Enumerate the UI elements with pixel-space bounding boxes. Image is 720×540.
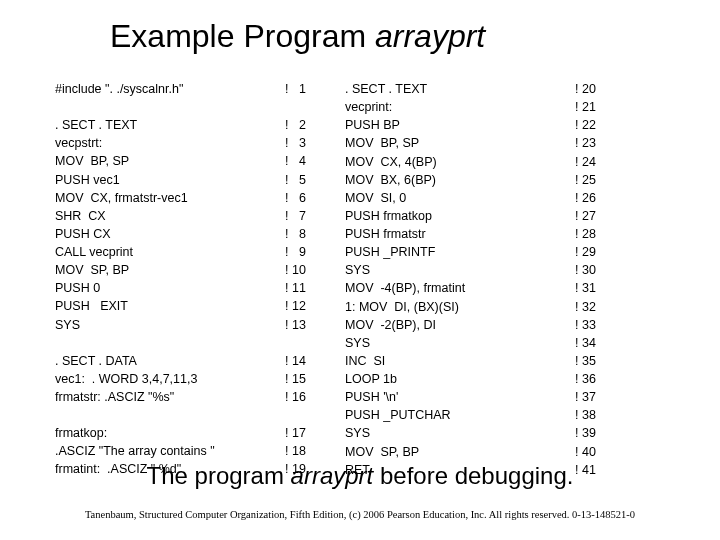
code-line: MOV SP, BP bbox=[55, 261, 285, 279]
line-number: ! 32 bbox=[575, 298, 635, 316]
code-line: PUSH vec1 bbox=[55, 171, 285, 189]
slide-title: Example Program arrayprt bbox=[0, 0, 720, 55]
line-number: ! 34 bbox=[575, 334, 635, 352]
line-number: ! 8 bbox=[285, 225, 345, 243]
code-line: . SECT . TEXT bbox=[55, 116, 285, 134]
code-line bbox=[55, 406, 285, 424]
code-line: MOV -2(BP), DI bbox=[345, 316, 575, 334]
line-number: ! 12 bbox=[285, 297, 345, 315]
line-number: ! 23 bbox=[575, 134, 635, 152]
slide: Example Program arrayprt #include ". ./s… bbox=[0, 0, 720, 540]
code-line: CALL vecprint bbox=[55, 243, 285, 261]
code-line: #include ". ./syscalnr.h" bbox=[55, 80, 285, 98]
line-number: ! 38 bbox=[575, 406, 635, 424]
caption-italic: arrayprt bbox=[291, 462, 374, 489]
code-line: SYS bbox=[345, 424, 575, 442]
line-number: ! 2 bbox=[285, 116, 345, 134]
line-number: ! 37 bbox=[575, 388, 635, 406]
code-line: . SECT . TEXT bbox=[345, 80, 575, 98]
line-number: ! 21 bbox=[575, 98, 635, 116]
code-line: 1: MOV DI, (BX)(SI) bbox=[345, 298, 575, 316]
line-number: ! 14 bbox=[285, 352, 345, 370]
line-number: ! 17 bbox=[285, 424, 345, 442]
code-line: PUSH CX bbox=[55, 225, 285, 243]
line-number: ! 39 bbox=[575, 424, 635, 442]
code-line: LOOP 1b bbox=[345, 370, 575, 388]
line-numbers-right: ! 20! 21! 22! 23! 24! 25! 26! 27! 28! 29… bbox=[575, 80, 635, 479]
line-number: ! 3 bbox=[285, 134, 345, 152]
code-line: MOV BP, SP bbox=[345, 134, 575, 152]
line-numbers-left: ! 1 ! 2! 3! 4! 5! 6! 7! 8! 9! 10! 11! 12… bbox=[285, 80, 345, 479]
line-number: ! 11 bbox=[285, 279, 345, 297]
line-number: ! 16 bbox=[285, 388, 345, 406]
code-line: PUSH 0 bbox=[55, 279, 285, 297]
line-number bbox=[285, 98, 345, 116]
code-column-left: #include ". ./syscalnr.h" . SECT . TEXTv… bbox=[55, 80, 285, 479]
line-number: ! 28 bbox=[575, 225, 635, 243]
code-line bbox=[55, 334, 285, 352]
line-number: ! 1 bbox=[285, 80, 345, 98]
code-line: MOV CX, frmatstr-vec1 bbox=[55, 189, 285, 207]
line-number: ! 25 bbox=[575, 171, 635, 189]
line-number: ! 5 bbox=[285, 171, 345, 189]
code-column-right: . SECT . TEXTvecprint:PUSH BPMOV BP, SPM… bbox=[345, 80, 575, 479]
line-number: ! 9 bbox=[285, 243, 345, 261]
line-number bbox=[285, 406, 345, 424]
line-number: ! 31 bbox=[575, 279, 635, 297]
title-text: Example Program bbox=[110, 18, 375, 54]
line-number: ! 40 bbox=[575, 443, 635, 461]
code-line: PUSH frmatkop bbox=[345, 207, 575, 225]
line-number: ! 22 bbox=[575, 116, 635, 134]
line-number: ! 18 bbox=[285, 442, 345, 460]
caption: The program arrayprt before debugging. bbox=[0, 462, 720, 490]
code-line: MOV -4(BP), frmatint bbox=[345, 279, 575, 297]
footer-text: Tanenbaum, Structured Computer Organizat… bbox=[0, 509, 720, 520]
code-line: INC SI bbox=[345, 352, 575, 370]
code-line: vecprint: bbox=[345, 98, 575, 116]
caption-suffix: before debugging. bbox=[373, 462, 573, 489]
line-number: ! 29 bbox=[575, 243, 635, 261]
line-number: ! 13 bbox=[285, 316, 345, 334]
line-number: ! 33 bbox=[575, 316, 635, 334]
line-number: ! 24 bbox=[575, 153, 635, 171]
code-line: SYS bbox=[345, 334, 575, 352]
code-line: .ASCIZ "The array contains " bbox=[55, 442, 285, 460]
line-number: ! 27 bbox=[575, 207, 635, 225]
line-number: ! 30 bbox=[575, 261, 635, 279]
code-line: SHR CX bbox=[55, 207, 285, 225]
code-line: PUSH _PUTCHAR bbox=[345, 406, 575, 424]
code-line: MOV SI, 0 bbox=[345, 189, 575, 207]
code-line: vec1: . WORD 3,4,7,11,3 bbox=[55, 370, 285, 388]
line-number: ! 4 bbox=[285, 152, 345, 170]
line-number: ! 20 bbox=[575, 80, 635, 98]
code-line: MOV SP, BP bbox=[345, 443, 575, 461]
code-line: vecpstrt: bbox=[55, 134, 285, 152]
caption-prefix: The program bbox=[147, 462, 291, 489]
line-number: ! 36 bbox=[575, 370, 635, 388]
code-line: MOV CX, 4(BP) bbox=[345, 153, 575, 171]
code-line: PUSH frmatstr bbox=[345, 225, 575, 243]
code-line: MOV BP, SP bbox=[55, 152, 285, 170]
code-line: PUSH '\n' bbox=[345, 388, 575, 406]
code-listing: #include ". ./syscalnr.h" . SECT . TEXTv… bbox=[55, 80, 665, 479]
line-number: ! 10 bbox=[285, 261, 345, 279]
line-number: ! 26 bbox=[575, 189, 635, 207]
code-line: . SECT . DATA bbox=[55, 352, 285, 370]
line-number: ! 7 bbox=[285, 207, 345, 225]
title-italic: arrayprt bbox=[375, 18, 485, 54]
code-line: SYS bbox=[345, 261, 575, 279]
line-number: ! 6 bbox=[285, 189, 345, 207]
code-line: PUSH EXIT bbox=[55, 297, 285, 315]
code-line: frmatstr: .ASCIZ "%s" bbox=[55, 388, 285, 406]
code-line: frmatkop: bbox=[55, 424, 285, 442]
line-number bbox=[285, 334, 345, 352]
code-line: PUSH BP bbox=[345, 116, 575, 134]
code-line: PUSH _PRINTF bbox=[345, 243, 575, 261]
code-line: MOV BX, 6(BP) bbox=[345, 171, 575, 189]
line-number: ! 35 bbox=[575, 352, 635, 370]
code-line bbox=[55, 98, 285, 116]
line-number: ! 15 bbox=[285, 370, 345, 388]
code-line: SYS bbox=[55, 316, 285, 334]
